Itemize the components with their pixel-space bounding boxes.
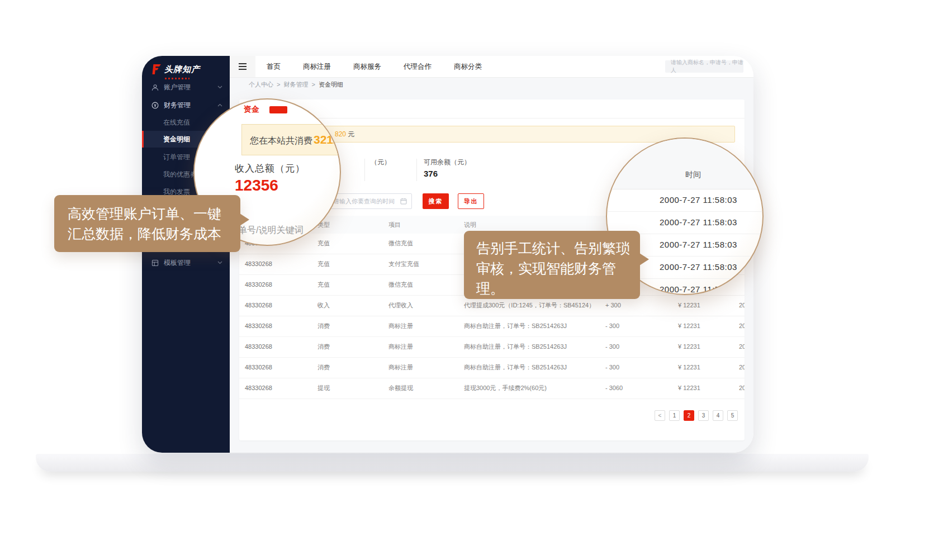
table-row: 48330268消费商标注册商标自助注册，订单号：SB2514263J- 300… bbox=[239, 316, 745, 337]
sidebar-item-finance[interactable]: 财务管理 bbox=[142, 97, 230, 113]
stat-balance-title: 可用余额（元） bbox=[424, 158, 471, 167]
sidebar-item-account[interactable]: 账户管理 bbox=[142, 79, 230, 95]
table-row: 48330268消费商标注册商标自助注册，订单号：SB2514263J- 300… bbox=[239, 337, 745, 358]
chevron-down-icon bbox=[217, 86, 222, 89]
pagination-page-2-active[interactable]: 2 bbox=[684, 410, 694, 421]
magnified-banner: 您在本站共消费32124大 bbox=[241, 124, 341, 155]
table-row: 48330268消费商标注册商标自助注册，订单号：SB2514263J- 300… bbox=[239, 358, 745, 378]
search-input[interactable]: 请输入商标名，申请号，申请人 bbox=[665, 60, 743, 73]
brand-logo: 头牌知产 bbox=[150, 64, 200, 75]
nav-item-trademark-category[interactable]: 商标分类 bbox=[454, 62, 482, 72]
search-placeholder: 请输入商标名，申请号，申请人 bbox=[671, 59, 743, 74]
tooltip-left: 高效管理账户订单、一键 汇总数据，降低财务成本 bbox=[54, 195, 240, 252]
hamburger-icon bbox=[239, 63, 247, 64]
sort-caret-icon: ∨ bbox=[390, 216, 394, 234]
template-icon bbox=[151, 259, 159, 267]
calendar-icon bbox=[400, 198, 407, 205]
primary-nav: 首页 商标注册 商标服务 代理合作 商标分类 bbox=[267, 56, 482, 77]
menu-toggle[interactable] bbox=[230, 56, 255, 77]
nav-item-home[interactable]: 首页 bbox=[267, 62, 281, 72]
breadcrumb-personal-center[interactable]: 个人中心 bbox=[249, 80, 273, 89]
export-button[interactable]: 导出 bbox=[458, 193, 484, 209]
magnified-income-value: 12356 bbox=[235, 177, 278, 194]
chevron-down-icon bbox=[217, 261, 222, 264]
pagination-page-1[interactable]: 1 bbox=[669, 410, 680, 421]
consumption-rest-value: 820 bbox=[335, 130, 346, 138]
brand-logo-icon bbox=[150, 64, 162, 75]
chevron-up-icon bbox=[217, 103, 222, 107]
pagination-page-4[interactable]: 4 bbox=[713, 410, 723, 421]
tooltip-right: 告别手工统计、告别繁琐 审核，实现智能财务管 理。 bbox=[464, 231, 640, 299]
magnified-tab-fragment: 资金 bbox=[244, 105, 259, 115]
nav-item-agency[interactable]: 代理合作 bbox=[404, 62, 432, 72]
magnified-income-title: 收入总额（元） bbox=[235, 162, 305, 175]
date-placeholder: 请输入你要查询的时间 bbox=[333, 197, 395, 206]
tooltip-arrow-icon bbox=[240, 213, 249, 226]
finance-icon bbox=[151, 102, 159, 109]
breadcrumb-current: 资金明细 bbox=[319, 80, 343, 89]
stat-expense-title: （元） bbox=[371, 158, 391, 167]
pagination-prev[interactable]: < bbox=[655, 410, 665, 421]
user-icon bbox=[151, 84, 159, 91]
sidebar-item-template[interactable]: 模板管理 bbox=[142, 255, 230, 270]
brand-name: 头牌知产 bbox=[164, 64, 200, 75]
chevron-left-icon: < bbox=[658, 412, 662, 419]
pagination-page-5[interactable]: 5 bbox=[727, 410, 738, 421]
breadcrumb: 个人中心 > 财务管理 > 资金明细 bbox=[230, 77, 753, 92]
sidebar: 头牌知产 账户管理 财务管理 在线充值 资金明细 订单管理 我的优惠券 我的发票… bbox=[142, 56, 230, 453]
magnified-time-row: 2000-7-27 11:58:03 bbox=[607, 189, 762, 212]
nav-item-trademark-register[interactable]: 商标注册 bbox=[303, 62, 331, 72]
table-row: 48330268提现余额提现提现3000元，手续费2%(60元)- 3060¥ … bbox=[239, 378, 745, 399]
laptop-base bbox=[36, 454, 869, 472]
tooltip-arrow-icon bbox=[639, 253, 649, 265]
search-button[interactable]: 搜索 bbox=[423, 193, 449, 209]
date-query-input[interactable]: 请输入你要查询的时间 bbox=[327, 193, 412, 209]
marketing-canvas: 头牌知产 账户管理 财务管理 在线充值 资金明细 订单管理 我的优惠券 我的发票… bbox=[0, 0, 948, 560]
stat-balance-value: 376 bbox=[424, 169, 438, 178]
nav-item-trademark-service[interactable]: 商标服务 bbox=[353, 62, 381, 72]
top-navbar: 首页 商标注册 商标服务 代理合作 商标分类 请输入商标名，申请号，申请人 bbox=[230, 56, 753, 78]
pagination-page-3[interactable]: 3 bbox=[698, 410, 709, 421]
magnified-tab-underline bbox=[269, 106, 287, 113]
breadcrumb-finance[interactable]: 财务管理 bbox=[283, 80, 308, 89]
pagination: < 1 2 3 4 5 bbox=[655, 410, 738, 421]
